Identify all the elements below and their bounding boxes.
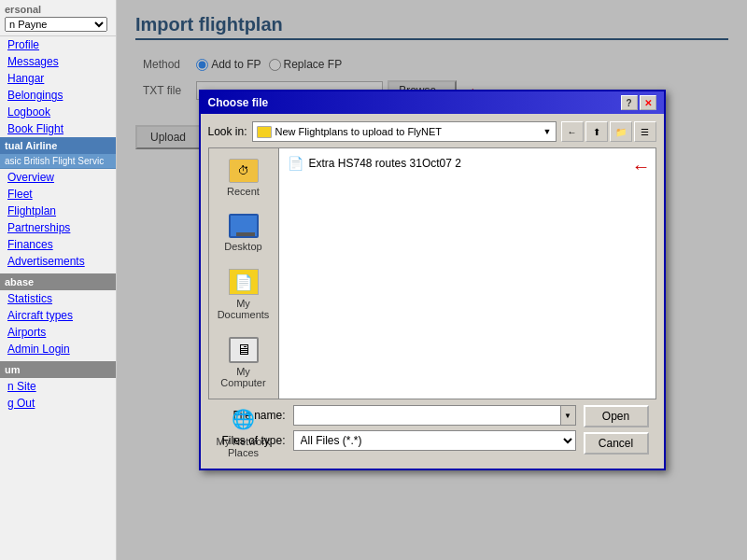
recent-icon-item[interactable]: ⏱ Recent [212,156,275,200]
lookin-label: Look in: [208,125,247,138]
recent-folder-icon: ⏱ [229,159,259,183]
sidebar-item-bookflight[interactable]: Book Flight [0,120,116,137]
dialog-bottom: File name: ▼ Files of type: [208,399,656,461]
sidebar-item-hangar[interactable]: Hangar [0,70,116,87]
desktop-icon [229,214,259,238]
open-button[interactable]: Open [584,405,649,427]
file-icon: 📄 [288,156,303,171]
mydocs-icon-item[interactable]: 📄 My Documents [212,266,275,323]
sidebar-item-belongings[interactable]: Belongings [0,87,116,104]
filename-row: File name: ▼ [216,405,576,426]
up-button[interactable]: ⬆ [585,121,608,142]
sidebar-item-flightplan[interactable]: Flightplan [0,203,116,219]
filename-dropdown[interactable]: ▼ [561,405,576,426]
mycomp-label: My Computer [215,366,273,388]
modal-overlay: Choose file ? ✕ Look in: New Flightplans… [117,0,747,560]
network-icon: 🌐 [227,405,261,433]
folder-icon-small [257,126,272,138]
mycomp-icon-item[interactable]: 🖥 My Computer [212,334,275,391]
bottom-inputs: File name: ▼ Files of type: [216,405,576,455]
file-area: 📄 Extra HS748 routes 31Oct07 2 ← [279,148,655,399]
view-button[interactable]: ☰ [634,121,656,142]
personal-label: ersonal [5,4,111,15]
filetype-select[interactable]: All Files (*.*) [293,430,576,451]
sidebar-item-admin-login[interactable]: Admin Login [0,341,116,357]
forum-title: um [0,361,116,378]
user-select[interactable]: n Payne [5,17,107,32]
recent-label: Recent [227,186,260,197]
filename-input[interactable] [293,405,561,426]
lookin-dropdown-arrow: ▼ [543,127,552,136]
mycomp-icon: 🖥 [229,337,259,363]
sidebar-item-messages[interactable]: Messages [0,53,116,70]
cancel-button[interactable]: Cancel [584,432,649,455]
sidebar-item-aircraft-types[interactable]: Aircraft types [0,307,116,324]
mydocs-label: My Documents [215,298,273,320]
file-list-panel: ⏱ Recent Desktop 📄 My Documen [208,147,656,399]
lookin-select[interactable]: New Flightplans to upload to FlyNET ▼ [252,121,557,142]
back-button[interactable]: ← [561,121,584,142]
sidebar-item-fleet[interactable]: Fleet [0,186,116,203]
dialog-buttons: Open Cancel [584,405,649,455]
va-title: tual Airline [0,137,116,154]
sidebar-item-statistics[interactable]: Statistics [0,290,116,307]
desktop-icon-item[interactable]: Desktop [212,211,275,255]
main-content: Import flightplan Method Add to FP Repla… [117,0,747,560]
sidebar-item-airports[interactable]: Airports [0,324,116,341]
file-red-arrow: ← [632,156,651,177]
dialog-titlebar: Choose file ? ✕ [201,91,664,114]
sidebar-item-logout[interactable]: g Out [0,395,116,412]
va-subtitle: asic British Flight Servic [0,154,116,169]
db-title: abase [0,273,116,290]
sidebar-item-partnerships[interactable]: Partnerships [0,219,116,236]
nav-buttons: ← ⬆ 📁 ☰ [561,121,656,142]
filetype-label: Files of type: [216,434,286,447]
bottom-form: File name: ▼ Files of type: [216,405,649,455]
lookin-value: New Flightplans to upload to FlyNET [275,126,540,137]
close-button[interactable]: ✕ [640,95,656,110]
sidebar: ersonal n Payne Profile Messages Hangar … [0,0,117,560]
mydocs-icon: 📄 [229,269,259,295]
sidebar-item-finances[interactable]: Finances [0,236,116,253]
sidebar-item-overview[interactable]: Overview [0,169,116,186]
sidebar-personal-section: ersonal n Payne [0,0,116,36]
sidebar-item-advertisements[interactable]: Advertisements [0,253,116,270]
sidebar-item-profile[interactable]: Profile [0,36,116,53]
dialog-body: Look in: New Flightplans to upload to Fl… [201,114,664,469]
new-folder-button[interactable]: 📁 [610,121,632,142]
dialog-title: Choose file [208,96,269,109]
lookin-row: Look in: New Flightplans to upload to Fl… [208,121,656,142]
help-button[interactable]: ? [621,95,638,110]
file-item[interactable]: 📄 Extra HS748 routes 31Oct07 2 [284,153,651,174]
sidebar-item-site[interactable]: n Site [0,378,116,395]
titlebar-buttons: ? ✕ [621,95,656,110]
file-item-name: Extra HS748 routes 31Oct07 2 [309,157,461,170]
filetype-row: Files of type: All Files (*.*) [216,430,576,451]
sidebar-item-logbook[interactable]: Logbook [0,104,116,120]
icon-bar: ⏱ Recent Desktop 📄 My Documen [209,148,279,399]
desktop-label: Desktop [224,241,261,252]
file-dialog: Choose file ? ✕ Look in: New Flightplans… [199,90,666,470]
